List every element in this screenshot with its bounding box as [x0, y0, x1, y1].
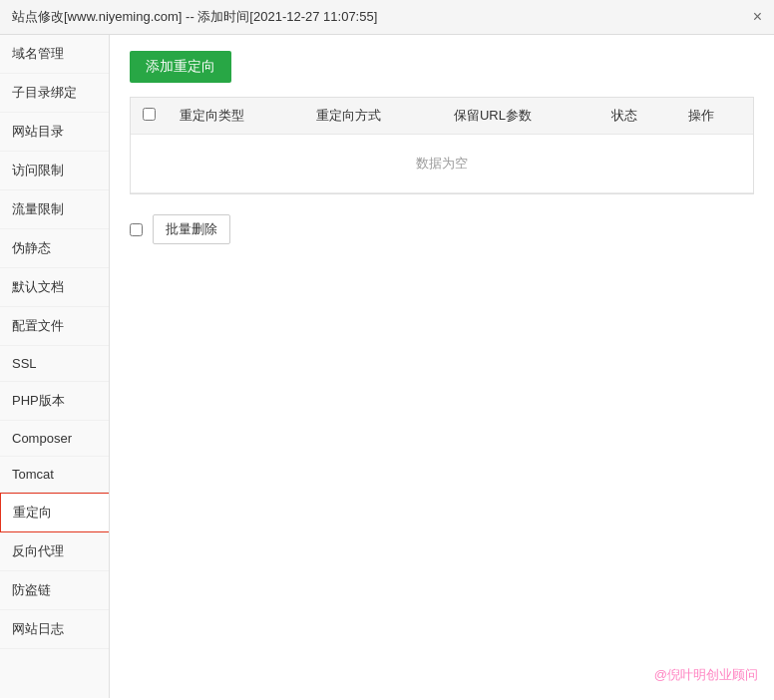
empty-message: 数据为空: [131, 135, 753, 193]
sidebar-item-reverse-proxy[interactable]: 反向代理: [0, 532, 109, 571]
sidebar-item-tomcat[interactable]: Tomcat: [0, 457, 109, 493]
header-title: 站点修改[www.niyeming.com] -- 添加时间[2021-12-2…: [12, 8, 377, 26]
th-type: 重定向类型: [168, 98, 304, 135]
batch-actions: 批量删除: [130, 206, 754, 252]
table-header-row: 重定向类型 重定向方式 保留URL参数 状态 操作: [131, 98, 753, 135]
sidebar-item-pseudo[interactable]: 伪静态: [0, 229, 109, 268]
main-layout: 域名管理子目录绑定网站目录访问限制流量限制伪静态默认文档配置文件SSLPHP版本…: [0, 35, 774, 698]
th-status: 状态: [599, 98, 676, 135]
header-bar: 站点修改[www.niyeming.com] -- 添加时间[2021-12-2…: [0, 0, 774, 35]
sidebar-item-php[interactable]: PHP版本: [0, 382, 109, 421]
sidebar-item-flow[interactable]: 流量限制: [0, 190, 109, 229]
add-redirect-button[interactable]: 添加重定向: [130, 51, 231, 83]
batch-select-checkbox[interactable]: [130, 223, 143, 236]
th-keep-url: 保留URL参数: [442, 98, 599, 135]
select-all-checkbox[interactable]: [143, 108, 156, 121]
sidebar-item-site-log[interactable]: 网站日志: [0, 610, 109, 649]
redirect-table-container: 重定向类型 重定向方式 保留URL参数 状态 操作 数据为空: [130, 97, 754, 194]
main-content: 添加重定向 重定向类型 重定向方式 保留URL参数 状态 操作: [110, 35, 774, 698]
sidebar-item-ssl[interactable]: SSL: [0, 346, 109, 382]
redirect-table: 重定向类型 重定向方式 保留URL参数 状态 操作 数据为空: [131, 98, 753, 193]
sidebar-item-subdir[interactable]: 子目录绑定: [0, 74, 109, 113]
sidebar-item-config[interactable]: 配置文件: [0, 307, 109, 346]
sidebar-item-domain[interactable]: 域名管理: [0, 35, 109, 74]
sidebar-item-webdir[interactable]: 网站目录: [0, 113, 109, 152]
empty-row: 数据为空: [131, 135, 753, 193]
sidebar-item-composer[interactable]: Composer: [0, 421, 109, 457]
close-button[interactable]: ×: [753, 8, 762, 26]
sidebar-item-hotlink[interactable]: 防盗链: [0, 571, 109, 610]
sidebar-item-default-doc[interactable]: 默认文档: [0, 268, 109, 307]
th-action: 操作: [676, 98, 753, 135]
sidebar-item-redirect[interactable]: 重定向: [0, 493, 110, 532]
batch-delete-button[interactable]: 批量删除: [153, 214, 230, 244]
sidebar-item-access[interactable]: 访问限制: [0, 152, 109, 190]
sidebar: 域名管理子目录绑定网站目录访问限制流量限制伪静态默认文档配置文件SSLPHP版本…: [0, 35, 110, 698]
th-method: 重定向方式: [304, 98, 441, 135]
th-checkbox: [131, 98, 168, 135]
